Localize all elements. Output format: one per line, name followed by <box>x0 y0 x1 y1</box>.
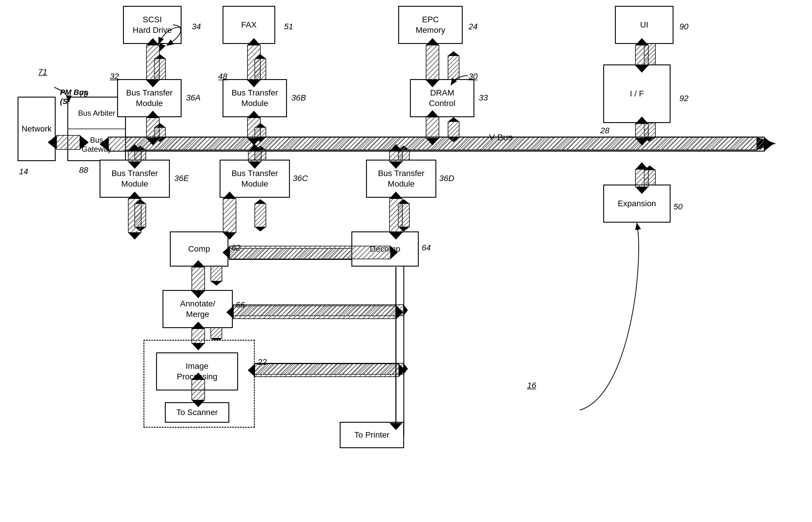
ref-92: 92 <box>679 94 688 103</box>
svg-marker-13 <box>154 138 165 142</box>
ref-50: 50 <box>673 202 683 212</box>
ref-66: 66 <box>236 300 245 309</box>
svg-marker-24 <box>448 117 459 122</box>
bus-arbiter-label: Bus Arbiter <box>68 98 125 129</box>
btm-36b-box: Bus Transfer Module <box>223 79 287 117</box>
svg-marker-40 <box>255 146 266 150</box>
svg-marker-50 <box>255 227 266 232</box>
ref-51: 51 <box>284 22 293 31</box>
decomp-box: Decomp <box>351 232 419 266</box>
svg-marker-21 <box>448 51 459 56</box>
dram-box: DRAM Control <box>410 79 474 117</box>
vbus-label: V Bus <box>489 133 513 142</box>
svg-marker-18 <box>255 123 266 127</box>
svg-rect-23 <box>448 122 459 138</box>
svg-marker-71 <box>403 363 408 374</box>
ref-36b: 36B <box>291 93 306 102</box>
bus-gateway-label: BusGateway <box>68 129 125 160</box>
svg-marker-31 <box>644 138 655 142</box>
svg-marker-19 <box>255 138 266 142</box>
svg-marker-12 <box>154 123 165 127</box>
svg-marker-25 <box>448 138 459 142</box>
ref-70: 70 <box>79 89 88 99</box>
ref-24: 24 <box>469 22 478 31</box>
if-box: I / F <box>603 64 670 123</box>
svg-marker-65 <box>403 305 408 316</box>
ref-88: 88 <box>79 165 88 175</box>
ref-34: 34 <box>192 22 201 31</box>
image-processing-box: Image Processing To Scanner <box>144 340 255 428</box>
to-printer-box: To Printer <box>340 422 404 448</box>
annotate-box: Annotate/ Merge <box>163 290 233 328</box>
ref-14: 14 <box>19 167 28 176</box>
svg-marker-56 <box>211 281 222 286</box>
ref-36e: 36E <box>174 174 189 183</box>
fax-box: FAX <box>223 6 275 44</box>
svg-marker-6 <box>757 137 776 150</box>
svg-marker-49 <box>255 199 266 204</box>
btm-36a-box: Bus Transfer Module <box>117 79 182 117</box>
comp-box: Comp <box>170 232 228 266</box>
ref-30: 30 <box>469 72 478 81</box>
ref-48: 48 <box>218 72 227 81</box>
epc-memory-box: EPC Memory <box>398 6 463 44</box>
svg-rect-51 <box>398 204 409 227</box>
ref-33: 33 <box>479 93 488 102</box>
ui-box: UI <box>615 6 673 44</box>
svg-marker-52 <box>398 199 409 204</box>
svg-rect-48 <box>255 204 266 227</box>
btm-36d-box: Bus Transfer Module <box>366 160 436 198</box>
expansion-box: Expansion <box>603 184 670 223</box>
svg-rect-45 <box>135 204 146 227</box>
svg-rect-11 <box>154 127 165 138</box>
svg-rect-5 <box>86 137 757 150</box>
svg-marker-46 <box>135 199 146 204</box>
svg-marker-53 <box>398 227 409 232</box>
svg-marker-43 <box>398 146 409 150</box>
network-box: Network <box>18 97 56 161</box>
svg-rect-17 <box>255 127 266 138</box>
ref-36c: 36C <box>293 174 308 183</box>
svg-marker-9 <box>154 54 165 59</box>
ref-36d: 36D <box>439 174 454 183</box>
ref-16: 16 <box>527 381 536 390</box>
btm-36c-box: Bus Transfer Module <box>220 160 290 198</box>
ref-36a: 36A <box>186 93 201 102</box>
ref-32: 32 <box>110 72 119 81</box>
btm-36e-box: Bus Transfer Module <box>100 160 170 198</box>
ref-22: 22 <box>258 357 267 367</box>
ref-28: 28 <box>600 126 609 135</box>
ref-62: 62 <box>231 243 241 253</box>
ref-90: 90 <box>679 22 688 31</box>
svg-marker-47 <box>135 227 146 232</box>
svg-rect-63 <box>222 305 403 316</box>
svg-marker-37 <box>135 146 146 150</box>
ref-64: 64 <box>422 243 431 253</box>
svg-marker-33 <box>644 165 655 170</box>
ref-71: 71 <box>38 67 47 77</box>
svg-rect-29 <box>644 123 655 138</box>
svg-marker-15 <box>255 54 266 59</box>
scsi-box: SCSI Hard Drive <box>123 6 182 44</box>
